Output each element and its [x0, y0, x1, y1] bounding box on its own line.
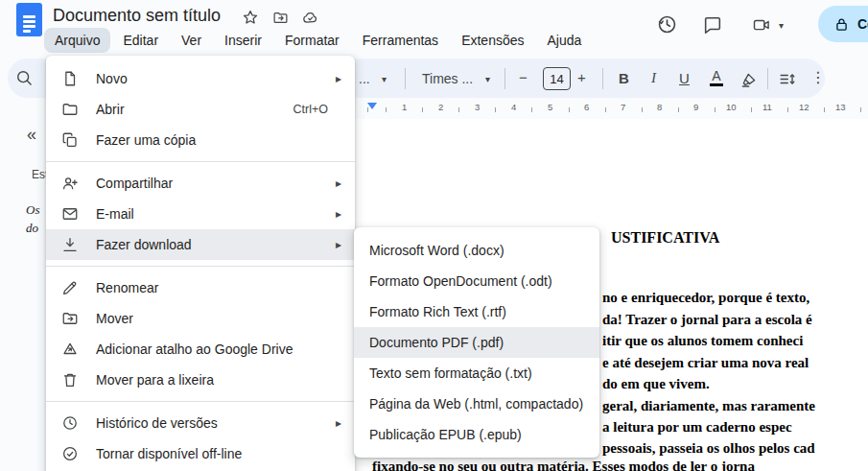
menu-formatar[interactable]: Formatar: [274, 28, 350, 53]
document-text-line: e até desejem criar uma nova real: [602, 355, 809, 371]
increase-font-size-button[interactable]: +: [577, 69, 586, 85]
file-menu-item-mover-para-lixeira[interactable]: Mover para a lixeira: [46, 365, 355, 395]
share-button[interactable]: Co: [818, 6, 868, 42]
ruler-number: 5: [546, 101, 554, 113]
menu-item-label: Tornar disponível off-line: [96, 446, 242, 461]
bold-button[interactable]: B: [619, 70, 629, 86]
trash-icon: [61, 371, 79, 389]
ruler-number: 3: [473, 101, 481, 113]
menu-item-label: Mover para a lixeira: [96, 372, 214, 388]
meet-dropdown-caret-icon[interactable]: ▾: [779, 20, 784, 31]
submenu-item-pdf[interactable]: Documento PDF (.pdf): [354, 327, 599, 358]
new-document-icon: [61, 70, 79, 87]
indent-marker[interactable]: [367, 103, 377, 109]
document-text-line: fixando-se no seu ou outra matéria. Esse…: [372, 459, 755, 471]
font-family-caret-icon[interactable]: ▾: [485, 74, 490, 84]
ruler-number: 6: [582, 101, 591, 113]
collapse-outline-icon[interactable]: «: [27, 125, 36, 145]
menu-bar: Arquivo Editar Ver Inserir Formatar Ferr…: [44, 28, 592, 53]
file-menu-item-tornar-disponivel-offline[interactable]: Tornar disponível off-line: [46, 438, 355, 469]
file-menu-item-renomear[interactable]: Renomear: [46, 272, 355, 303]
highlight-color-icon[interactable]: [740, 70, 759, 88]
italic-button[interactable]: I: [651, 70, 656, 86]
font-family-dropdown[interactable]: Times ...: [422, 71, 473, 86]
star-icon[interactable]: [242, 9, 259, 26]
document-title-fragment: USTIFICATIVA: [611, 229, 719, 247]
menu-item-label: Compartilhar: [96, 176, 173, 191]
document-text-line: a leitura por um caderno espec: [602, 419, 792, 436]
search-menus-icon[interactable]: [14, 68, 34, 87]
menu-editar[interactable]: Editar: [112, 28, 169, 53]
menu-item-label: E-mail: [96, 206, 134, 222]
menu-ajuda[interactable]: Ajuda: [537, 28, 593, 53]
file-menu-item-email[interactable]: E-mail ▸: [46, 199, 355, 229]
menu-divider: [46, 161, 355, 162]
version-history-icon[interactable]: [656, 13, 678, 35]
file-menu-item-mover[interactable]: Mover: [46, 303, 355, 334]
submenu-item-epub[interactable]: Publicação EPUB (.epub): [354, 419, 599, 450]
decrease-font-size-button[interactable]: −: [519, 69, 528, 85]
meet-videocam-icon[interactable]: [750, 15, 773, 35]
google-docs-logo[interactable]: [16, 3, 42, 36]
text-color-button[interactable]: A: [710, 69, 723, 86]
menu-item-label: Abrir: [96, 102, 125, 117]
menu-extensoes[interactable]: Extensões: [451, 28, 534, 53]
ruler-number: 8: [655, 101, 664, 113]
share-person-add-icon: [61, 175, 79, 192]
copy-icon: [61, 131, 79, 149]
ruler-number: 7: [619, 101, 627, 113]
styles-caret-icon[interactable]: ▾: [382, 74, 387, 84]
file-menu-item-historico-de-versoes[interactable]: Histórico de versões ▸: [46, 408, 355, 438]
file-menu-item-fazer-uma-copia[interactable]: Fazer uma cópia: [46, 125, 355, 155]
menu-ferramentas[interactable]: Ferramentas: [352, 28, 449, 53]
submenu-arrow-icon: ▸: [336, 238, 341, 251]
download-icon: [61, 236, 79, 253]
font-size-input[interactable]: 14: [543, 67, 571, 90]
document-text-line: da! Trazer o jornal para a escola é: [602, 312, 812, 328]
line-spacing-icon[interactable]: [778, 70, 796, 88]
toolbar-separator: [405, 68, 406, 89]
menu-item-label: Fazer uma cópia: [96, 132, 196, 148]
file-menu-item-compartilhar[interactable]: Compartilhar ▸: [46, 168, 355, 199]
submenu-item-rtf[interactable]: Formato Rich Text (.rtf): [354, 296, 599, 327]
ruler-number: 1: [400, 101, 409, 113]
menu-item-label: Renomear: [96, 280, 158, 295]
underline-button[interactable]: U: [679, 70, 690, 86]
outline-entry[interactable]: do: [26, 221, 38, 236]
ruler-number: 13: [833, 101, 848, 113]
menu-item-shortcut: Ctrl+O: [293, 103, 341, 116]
document-text-line: pessoais, passeia os olhos pelos cad: [602, 440, 815, 457]
ruler-number: 12: [797, 101, 811, 113]
menu-divider: [46, 401, 355, 402]
ruler-number: 2: [436, 101, 445, 113]
menu-arquivo[interactable]: Arquivo: [44, 28, 110, 53]
submenu-item-html[interactable]: Página da Web (.html, compactado): [354, 389, 599, 419]
outline-entry[interactable]: Os: [26, 202, 39, 218]
file-menu-item-novo[interactable]: Novo ▸: [46, 63, 355, 94]
menu-item-label: Fazer download: [96, 237, 192, 252]
styles-dropdown-partial[interactable]: ...: [359, 71, 370, 86]
submenu-arrow-icon: ▸: [336, 207, 341, 221]
move-to-folder-icon[interactable]: [271, 10, 290, 26]
submenu-arrow-icon: ▸: [336, 177, 341, 190]
ruler-number: 11: [761, 101, 774, 113]
share-button-label: Co: [857, 16, 868, 32]
menu-inserir[interactable]: Inserir: [214, 28, 272, 53]
file-menu-item-adicionar-atalho-drive[interactable]: Adicionar atalho ao Google Drive: [46, 334, 355, 365]
file-menu: Novo ▸ Abrir Ctrl+O Fazer uma cópia Comp…: [46, 56, 355, 471]
submenu-item-odt[interactable]: Formato OpenDocument (.odt): [354, 266, 599, 296]
submenu-arrow-icon: ▸: [336, 416, 341, 430]
file-menu-item-abrir[interactable]: Abrir Ctrl+O: [46, 94, 355, 125]
submenu-item-docx[interactable]: Microsoft Word (.docx): [354, 235, 599, 266]
file-menu-item-fazer-download[interactable]: Fazer download ▸: [46, 229, 355, 260]
menu-ver[interactable]: Ver: [171, 28, 212, 53]
document-text-line: itir que os alunos tomem conheci: [602, 333, 803, 349]
version-history-icon: [61, 414, 79, 432]
toolbar-more-kebab-icon[interactable]: ⋮: [810, 68, 826, 86]
submenu-item-txt[interactable]: Texto sem formatação (.txt): [354, 358, 599, 389]
cloud-saved-icon[interactable]: [301, 10, 319, 26]
document-title-input[interactable]: Documento sem título: [53, 6, 221, 26]
comment-icon[interactable]: [702, 14, 723, 35]
menu-divider: [46, 266, 355, 267]
lock-icon: [833, 16, 850, 33]
